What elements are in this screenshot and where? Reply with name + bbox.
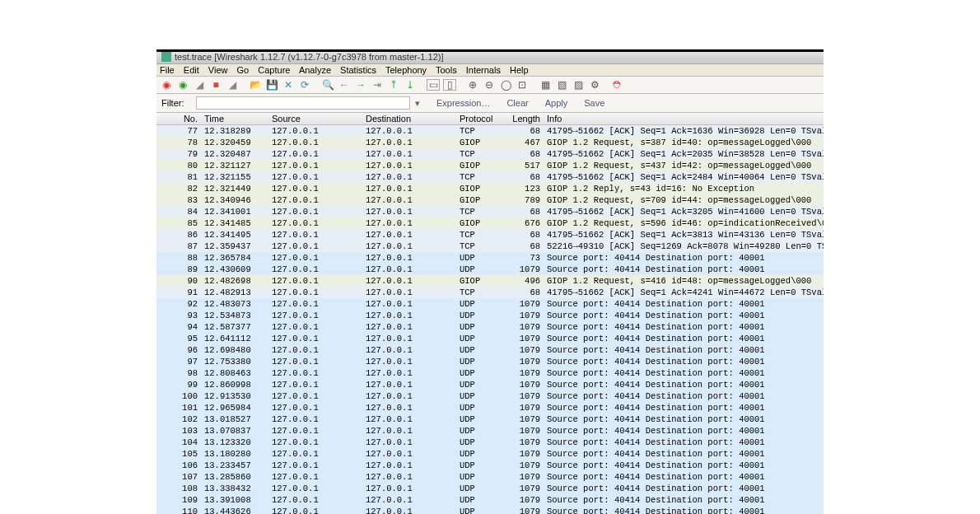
packet-row[interactable]: 10313.070837127.0.0.1127.0.0.1UDP1079Sou… [156,425,824,437]
packet-row[interactable]: 10913.391008127.0.0.1127.0.0.1UDP1079Sou… [156,494,824,506]
packet-list-header: No. Time Source Destination Protocol Len… [156,113,824,125]
column-header-length[interactable]: Length [506,113,544,124]
packet-row[interactable]: 9712.753380127.0.0.1127.0.0.1UDP1079Sour… [156,356,824,367]
go-forward-icon[interactable]: → [354,78,367,91]
menu-go[interactable]: Go [237,65,250,75]
zoom-in-icon[interactable]: ⊕ [466,78,479,91]
packet-row[interactable]: 7712.318289127.0.0.1127.0.0.1TCP6841795→… [156,125,824,137]
menu-telephony[interactable]: Telephony [385,65,427,75]
packet-row[interactable]: 9612.698480127.0.0.1127.0.0.1UDP1079Sour… [156,344,824,356]
window-title-bar: test.trace [Wireshark 1.12.7 (v1.12.7-0-… [156,50,824,64]
menu-tools[interactable]: Tools [436,65,457,75]
menu-file[interactable]: File [160,65,175,75]
menu-view[interactable]: View [208,65,228,75]
packet-row[interactable]: 10513.180280127.0.0.1127.0.0.1UDP1079Sou… [156,448,824,460]
packet-row[interactable]: 9112.482913127.0.0.1127.0.0.1TCP6841795→… [156,287,824,298]
go-to-packet-icon[interactable]: ⇥ [371,78,384,91]
filter-clear-button[interactable]: Clear [506,98,528,108]
packet-row[interactable]: 9912.860998127.0.0.1127.0.0.1UDP1079Sour… [156,379,824,390]
first-packet-icon[interactable]: ⤒ [387,78,400,91]
packet-row[interactable]: 8712.359437127.0.0.1127.0.0.1TCP6852216→… [156,241,824,252]
packet-row[interactable]: 9212.483073127.0.0.1127.0.0.1UDP1079Sour… [156,298,824,310]
packet-row[interactable]: 8012.321127127.0.0.1127.0.0.1GIOP517GIOP… [156,160,824,171]
packet-row[interactable]: 8312.340946127.0.0.1127.0.0.1GIOP789GIOP… [156,194,824,206]
window-title: test.trace [Wireshark 1.12.7 (v1.12.7-0-… [175,52,443,62]
main-toolbar: ◉ ◉ ◢ ■ ◢ 📂 💾 ✕ ⟳ 🔍 ← → ⇥ ⤒ ⤓ ▭ ▯ ⊕ ⊖ ◯ … [156,77,824,94]
filter-save-button[interactable]: Save [584,98,604,108]
packet-row[interactable]: 8112.321155127.0.0.1127.0.0.1TCP6841795→… [156,171,824,183]
app-icon [161,52,171,62]
packet-row[interactable]: 10613.233457127.0.0.1127.0.0.1UDP1079Sou… [156,460,824,471]
column-header-info[interactable]: Info [544,113,824,124]
column-header-protocol[interactable]: Protocol [456,113,506,124]
filter-label: Filter: [161,98,191,108]
packet-row[interactable]: 10713.285860127.0.0.1127.0.0.1UDP1079Sou… [156,471,824,483]
menu-internals[interactable]: Internals [466,65,501,75]
reload-icon[interactable]: ⟳ [298,78,311,91]
packet-row[interactable]: 10112.965984127.0.0.1127.0.0.1UDP1079Sou… [156,402,824,414]
packet-list-pane[interactable]: No. Time Source Destination Protocol Len… [156,113,824,514]
packet-row[interactable]: 8812.365784127.0.0.1127.0.0.1UDP73Source… [156,252,824,264]
interfaces-icon[interactable]: ◉ [160,78,173,91]
go-back-icon[interactable]: ← [338,78,351,91]
open-file-icon[interactable]: 📂 [249,78,262,91]
zoom-normal-icon[interactable]: ◯ [499,78,512,91]
coloring-rules-icon[interactable]: ▨ [572,78,585,91]
resize-columns-icon[interactable]: ⊡ [516,78,529,91]
packet-row[interactable]: 8912.430609127.0.0.1127.0.0.1UDP1079Sour… [156,264,824,275]
packet-row[interactable]: 9512.641112127.0.0.1127.0.0.1UDP1079Sour… [156,333,824,344]
packet-row[interactable]: 9012.482698127.0.0.1127.0.0.1GIOP496GIOP… [156,275,824,287]
column-header-no[interactable]: No. [156,113,201,124]
last-packet-icon[interactable]: ⤓ [404,78,417,91]
filter-apply-button[interactable]: Apply [545,98,568,108]
packet-row[interactable]: 8512.341485127.0.0.1127.0.0.1GIOP676GIOP… [156,217,824,229]
packet-row[interactable]: 11013.443626127.0.0.1127.0.0.1UDP1079Sou… [156,506,824,514]
column-header-time[interactable]: Time [201,113,268,124]
menu-statistics[interactable]: Statistics [340,65,376,75]
packet-row[interactable]: 8612.341495127.0.0.1127.0.0.1TCP6841795→… [156,229,824,241]
packet-row[interactable]: 10012.913530127.0.0.1127.0.0.1UDP1079Sou… [156,390,824,402]
close-file-icon[interactable]: ✕ [282,78,295,91]
column-header-destination[interactable]: Destination [362,113,456,124]
packet-row[interactable]: 9312.534873127.0.0.1127.0.0.1UDP1079Sour… [156,310,824,321]
display-filters-icon[interactable]: ▧ [555,78,568,91]
menu-capture[interactable]: Capture [258,65,290,75]
menu-bar: File Edit View Go Capture Analyze Statis… [156,64,824,77]
capture-filters-icon[interactable]: ▦ [539,78,552,91]
help-icon[interactable]: ⛑ [611,78,624,91]
packet-row[interactable]: 7812.320459127.0.0.1127.0.0.1GIOP467GIOP… [156,137,824,148]
packet-row[interactable]: 10213.018527127.0.0.1127.0.0.1UDP1079Sou… [156,414,824,425]
filter-expression-button[interactable]: Expression… [436,98,490,108]
save-file-icon[interactable]: 💾 [265,78,278,91]
packet-row[interactable]: 10813.338432127.0.0.1127.0.0.1UDP1079Sou… [156,483,824,494]
filter-input[interactable] [196,96,410,110]
packet-row[interactable]: 9412.587377127.0.0.1127.0.0.1UDP1079Sour… [156,321,824,333]
packet-row[interactable]: 9812.808463127.0.0.1127.0.0.1UDP1079Sour… [156,367,824,379]
packet-row[interactable]: 7912.320487127.0.0.1127.0.0.1TCP6841795→… [156,148,824,160]
colorize-icon[interactable]: ▭ [427,79,440,91]
zoom-out-icon[interactable]: ⊖ [483,78,496,91]
packet-row[interactable]: 8212.321449127.0.0.1127.0.0.1GIOP123GIOP… [156,183,824,194]
packet-row[interactable]: 10413.123320127.0.0.1127.0.0.1UDP1079Sou… [156,437,824,448]
stop-capture-icon[interactable]: ■ [209,78,222,91]
filter-toolbar: Filter: ▾ Expression… Clear Apply Save [156,94,824,113]
packet-row[interactable]: 8412.341001127.0.0.1127.0.0.1TCP6841795→… [156,206,824,217]
autoscroll-icon[interactable]: ▯ [443,79,456,91]
menu-help[interactable]: Help [510,65,529,75]
find-packet-icon[interactable]: 🔍 [321,78,334,91]
capture-options-icon[interactable]: ◉ [176,78,189,91]
preferences-icon[interactable]: ⚙ [588,78,601,91]
menu-analyze[interactable]: Analyze [299,65,331,75]
restart-capture-icon[interactable]: ◢ [226,78,239,91]
start-capture-icon[interactable]: ◢ [193,78,206,91]
column-header-source[interactable]: Source [268,113,362,124]
menu-edit[interactable]: Edit [184,65,199,75]
